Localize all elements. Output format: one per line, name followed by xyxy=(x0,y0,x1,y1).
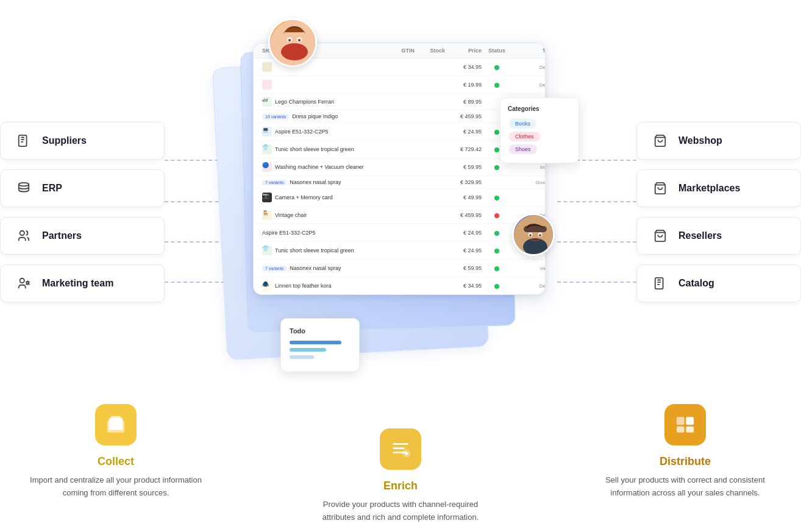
erp-label: ERP xyxy=(42,183,62,194)
webshop-label: Webshop xyxy=(678,135,722,146)
enrich-desc: Provide your products with channel-requi… xyxy=(309,498,492,524)
dashboard-mockup: SKU GTIN Stock Price Status Type € 34.95… xyxy=(219,24,567,390)
distribute-card: Distribute Sell your products with corre… xyxy=(594,404,777,500)
catalog-card[interactable]: Catalog xyxy=(636,264,801,302)
todo-bar-3 xyxy=(290,355,314,359)
product-thumb xyxy=(262,62,272,72)
svg-rect-23 xyxy=(521,231,525,236)
svg-rect-0 xyxy=(19,135,27,146)
enrich-card: Enrich Provide your products with channe… xyxy=(309,428,492,524)
resellers-label: Resellers xyxy=(678,230,722,241)
avatar-man xyxy=(512,213,555,256)
main-container: Suppliers ERP Partners xyxy=(0,0,801,532)
todo-bar-2 xyxy=(290,348,326,352)
connector-resellers xyxy=(557,241,636,243)
svg-point-20 xyxy=(529,234,532,236)
status-dot xyxy=(494,165,499,170)
file-icon xyxy=(15,132,32,149)
svg-rect-33 xyxy=(686,417,694,425)
svg-point-2 xyxy=(20,231,24,235)
partners-card[interactable]: Partners xyxy=(0,217,165,255)
connector-catalog xyxy=(557,282,636,283)
connector-marketplaces xyxy=(557,201,636,202)
todo-title: Todo xyxy=(290,327,351,335)
th-stock: Stock xyxy=(415,48,445,54)
marketplaces-card[interactable]: Marketplaces xyxy=(636,169,801,207)
th-gtin: GTIN xyxy=(384,48,415,54)
svg-point-14 xyxy=(288,39,291,41)
erp-card[interactable]: ERP xyxy=(0,169,165,207)
users-cog-icon xyxy=(15,275,32,292)
svg-rect-28 xyxy=(393,443,408,445)
table-row: 🪑 Vintage chair € 459.95 Default xyxy=(254,207,545,224)
resellers-card[interactable]: Resellers xyxy=(636,217,801,255)
svg-rect-27 xyxy=(111,416,121,428)
marketing-team-label: Marketing team xyxy=(42,278,113,289)
suppliers-label: Suppliers xyxy=(42,135,87,146)
partners-label: Partners xyxy=(42,230,82,241)
enrich-icon-wrap xyxy=(380,428,421,470)
table-row: 👕 Tunic short sleeve tropical green € 24… xyxy=(254,242,545,260)
th-type: Type xyxy=(512,48,546,54)
users-icon xyxy=(15,227,32,244)
table-row: 7 variants Nasonex nasal spray € 329.95 … xyxy=(254,176,545,189)
status-dot xyxy=(494,196,499,200)
svg-rect-29 xyxy=(393,447,405,449)
svg-rect-35 xyxy=(686,427,694,433)
svg-point-1 xyxy=(19,183,29,186)
catalog-label: Catalog xyxy=(678,278,714,289)
table-row: Aspire E51-332-C2P5 € 24.95 Default xyxy=(254,224,545,242)
category-books[interactable]: Books xyxy=(509,119,536,129)
distribute-title: Distribute xyxy=(594,455,777,468)
svg-point-21 xyxy=(539,234,541,236)
todo-popup: Todo xyxy=(280,318,360,372)
collect-title: Collect xyxy=(24,455,207,468)
status-dot xyxy=(494,130,499,135)
marketplaces-label: Marketplaces xyxy=(678,183,740,194)
th-status: Status xyxy=(482,48,512,54)
suppliers-card[interactable]: Suppliers xyxy=(0,122,165,160)
status-dot xyxy=(494,65,499,70)
status-dot xyxy=(494,147,499,152)
table-row: 🧥 Linnen top feather kora € 34.95 Defaul… xyxy=(254,277,545,294)
webshop-card[interactable]: Webshop xyxy=(636,122,801,160)
table-row: 7 variants Nasonex nasal spray € 59.95 V… xyxy=(254,260,545,277)
file-icon-catalog xyxy=(652,275,669,292)
category-shoes[interactable]: Shoes xyxy=(509,144,537,154)
categories-title: Categories xyxy=(508,105,571,112)
marketing-team-card[interactable]: Marketing team xyxy=(0,264,165,302)
mockup-table-card: SKU GTIN Stock Price Status Type € 34.95… xyxy=(253,43,546,295)
cart-icon-marketplaces xyxy=(652,180,669,197)
bottom-section: Collect Import and centralize all your p… xyxy=(0,392,801,532)
categories-popup: Categories Books Clothes Shoes xyxy=(500,98,579,163)
enrich-title: Enrich xyxy=(309,480,492,492)
avatar-woman xyxy=(268,18,317,67)
left-cards-group: Suppliers ERP Partners xyxy=(0,122,165,302)
svg-point-3 xyxy=(20,278,24,283)
todo-bar-1 xyxy=(290,341,341,344)
cart-icon-webshop xyxy=(652,132,669,149)
row-price: € 34.95 xyxy=(445,64,482,70)
database-icon xyxy=(15,180,32,197)
svg-rect-34 xyxy=(677,427,685,433)
right-cards-group: Webshop Marketplaces Resellers xyxy=(636,122,801,302)
collect-desc: Import and centralize all your product i… xyxy=(24,474,207,500)
status-dot xyxy=(494,83,499,88)
collect-icon-wrap xyxy=(95,404,137,445)
svg-rect-24 xyxy=(546,231,549,236)
svg-point-15 xyxy=(298,39,301,41)
table-row: 📷 Camera + Memory card € 49.99 xyxy=(254,189,545,207)
cart-icon-resellers xyxy=(652,227,669,244)
th-price: Price xyxy=(445,48,482,54)
status-dot-red xyxy=(494,213,499,218)
category-clothes[interactable]: Clothes xyxy=(509,132,540,141)
collect-card: Collect Import and centralize all your p… xyxy=(24,404,207,500)
table-row: € 19.99 Default xyxy=(254,76,545,94)
distribute-icon-wrap xyxy=(664,404,706,445)
distribute-desc: Sell your products with correct and cons… xyxy=(594,474,777,500)
svg-rect-32 xyxy=(677,417,685,425)
